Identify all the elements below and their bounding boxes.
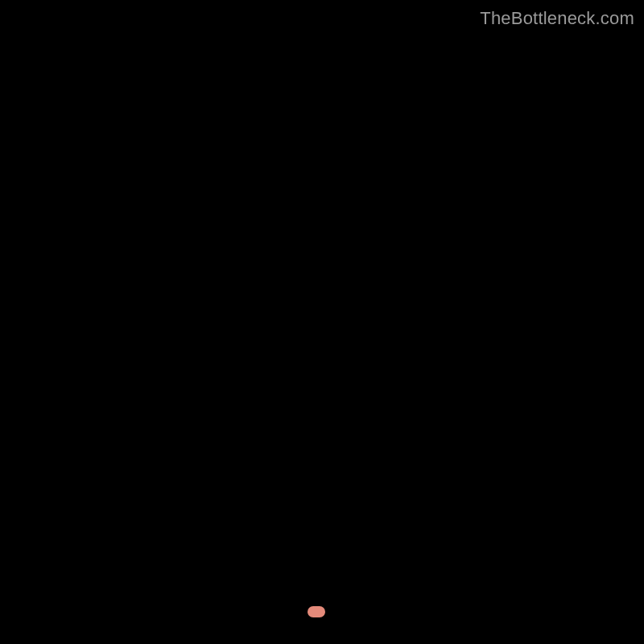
chart-frame: TheBottleneck.com <box>0 0 644 644</box>
bottleneck-curve-path <box>32 32 612 612</box>
watermark-text: TheBottleneck.com <box>480 8 634 29</box>
curve-svg <box>32 32 612 612</box>
plot-area <box>32 32 612 612</box>
optimal-marker <box>308 606 325 617</box>
